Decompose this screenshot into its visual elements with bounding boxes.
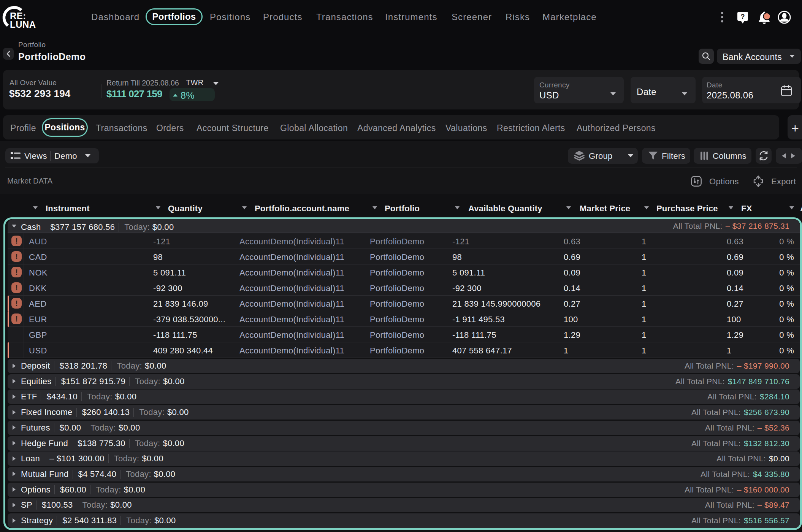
svg-text:?: ? (741, 13, 745, 21)
svg-text:LUNA: LUNA (10, 19, 36, 30)
